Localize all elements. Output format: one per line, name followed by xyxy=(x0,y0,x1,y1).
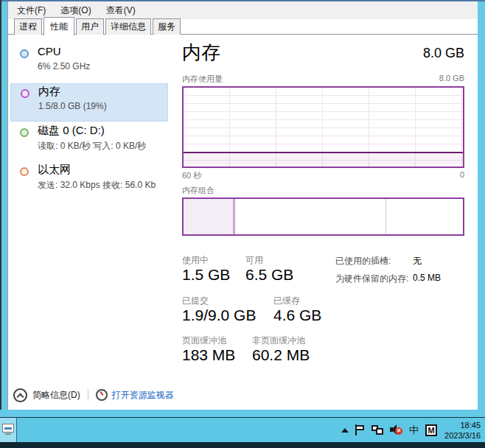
sidebar-item-title: 以太网 xyxy=(38,163,71,177)
stat-cached-label: 已缓存 xyxy=(273,295,300,307)
sidebar-item-subtitle: 读取: 0 KB/秒 写入: 0 KB/秒 xyxy=(38,140,146,153)
memory-usage-fill xyxy=(184,152,463,167)
composition-segment-standby xyxy=(235,199,386,234)
desktop: 文件(F) 选项(O) 查看(V) 进程 性能 用户 详细信息 服务 CPU 6… xyxy=(0,0,485,448)
footer-bar: 简略信息(D) 打开资源监视器 xyxy=(13,386,174,404)
tray-expand-icon[interactable] xyxy=(341,428,349,433)
stat-in-use-label: 使用中 xyxy=(182,254,209,267)
composition-label: 内存组合 xyxy=(182,185,214,196)
memory-ring-icon xyxy=(21,89,29,98)
action-center-flag-icon[interactable] xyxy=(355,424,365,435)
tab-strip: 进程 性能 用户 详细信息 服务 xyxy=(8,19,478,35)
memory-composition-bar xyxy=(182,197,464,236)
task-manager-icon-stand xyxy=(5,433,11,435)
network-screen-2 xyxy=(376,428,383,435)
clock-time: 18:45 xyxy=(444,420,481,430)
sidebar-item-subtitle: 1.5/8.0 GB (19%) xyxy=(38,101,107,111)
language-badge[interactable]: M xyxy=(425,424,437,436)
page-title: 内存 xyxy=(182,40,220,66)
open-resource-monitor-link[interactable]: 打开资源监视器 xyxy=(112,389,174,402)
mute-badge: ✕ xyxy=(395,427,402,435)
usage-chart-max: 8.0 GB xyxy=(439,74,464,83)
stat-slots-label: 已使用的插槽: xyxy=(335,255,391,267)
clock-date: 2023/3/16 xyxy=(444,430,481,441)
tab-details[interactable]: 详细信息 xyxy=(105,18,151,35)
gauge-needle xyxy=(100,391,103,396)
window-border-left xyxy=(1,1,7,417)
tab-performance[interactable]: 性能 xyxy=(43,17,74,35)
volume-muted-icon[interactable]: ✕ xyxy=(390,424,402,435)
ime-indicator[interactable]: 中 xyxy=(409,424,419,437)
memory-total: 8.0 GB xyxy=(423,46,464,61)
stat-nonpaged-pool-value: 60.2 MB xyxy=(252,346,310,364)
x-axis-left-label: 60 秒 xyxy=(182,170,201,181)
sidebar-item-subtitle: 发送: 32.0 Kbps 接收: 56.0 Kb xyxy=(38,179,156,192)
tab-users[interactable]: 用户 xyxy=(76,18,104,35)
stat-paged-pool-label: 页面缓冲池 xyxy=(182,335,226,347)
usage-chart-label: 内存使用量 xyxy=(182,74,223,85)
task-manager-icon xyxy=(2,424,14,433)
sidebar-item-title: CPU xyxy=(38,45,61,57)
composition-segment-in-use xyxy=(184,199,235,234)
disk-ring-icon xyxy=(20,128,29,137)
sidebar-item-ethernet[interactable]: 以太网 发送: 32.0 Kbps 接收: 56.0 Kb xyxy=(10,162,168,200)
memory-usage-graph xyxy=(182,86,464,168)
stat-committed-value: 1.9/9.0 GB xyxy=(182,307,256,324)
sidebar-item-title: 磁盘 0 (C: D:) xyxy=(38,124,105,138)
resource-monitor-gauge-icon[interactable] xyxy=(96,389,108,401)
taskbar-task-manager-button[interactable] xyxy=(0,418,17,442)
tab-services[interactable]: 服务 xyxy=(153,18,181,35)
stat-nonpaged-pool-label: 非页面缓冲池 xyxy=(252,335,305,347)
menu-bar: 文件(F) 选项(O) 查看(V) xyxy=(8,1,478,19)
sidebar-item-subtitle: 6% 2.50 GHz xyxy=(38,61,90,71)
task-manager-window: 文件(F) 选项(O) 查看(V) 进程 性能 用户 详细信息 服务 CPU 6… xyxy=(8,1,478,410)
sidebar-item-cpu[interactable]: CPU 6% 2.50 GHz xyxy=(10,44,168,83)
stat-available-value: 6.5 GB xyxy=(245,266,293,284)
taskbar-clock[interactable]: 18:45 2023/3/16 xyxy=(444,420,481,441)
window-border-right xyxy=(478,1,485,417)
menu-view[interactable]: 查看(V) xyxy=(99,1,143,19)
stat-committed-label: 已提交 xyxy=(182,295,209,307)
footer-separator xyxy=(88,389,88,401)
stat-slots-value: 无 xyxy=(413,255,422,267)
composition-segment-free xyxy=(386,199,463,234)
stat-hw-reserved-label: 为硬件保留的内存: xyxy=(335,273,408,285)
ethernet-ring-icon xyxy=(20,167,29,176)
tab-processes[interactable]: 进程 xyxy=(14,18,42,35)
sidebar-item-disk[interactable]: 磁盘 0 (C: D:) 读取: 0 KB/秒 写入: 0 KB/秒 xyxy=(10,123,168,161)
x-axis-right-label: 0 xyxy=(460,170,464,179)
fewer-details-toggle[interactable]: 简略信息(D) xyxy=(32,389,80,402)
window-border-bottom xyxy=(0,410,485,417)
network-icon[interactable] xyxy=(371,425,383,435)
cpu-ring-icon xyxy=(20,49,29,58)
sidebar-item-memory[interactable]: 内存 1.5/8.0 GB (19%) xyxy=(10,83,168,122)
taskbar: ✕ 中 M 18:45 2023/3/16 xyxy=(0,418,485,442)
chevron-up-circle-icon[interactable] xyxy=(13,388,27,402)
stat-available-label: 可用 xyxy=(245,254,263,267)
stat-paged-pool-value: 183 MB xyxy=(182,346,235,364)
stat-cached-value: 4.6 GB xyxy=(273,307,321,324)
system-tray: ✕ 中 M 18:45 2023/3/16 xyxy=(335,418,482,442)
flag-cloth xyxy=(357,425,364,430)
chevron-up-icon xyxy=(17,393,24,400)
stat-hw-reserved-value: 0.5 MB xyxy=(413,273,441,283)
sidebar-item-title: 内存 xyxy=(38,85,60,99)
stat-in-use-value: 1.5 GB xyxy=(182,266,230,284)
taskbar-bottom-strip xyxy=(0,442,485,448)
